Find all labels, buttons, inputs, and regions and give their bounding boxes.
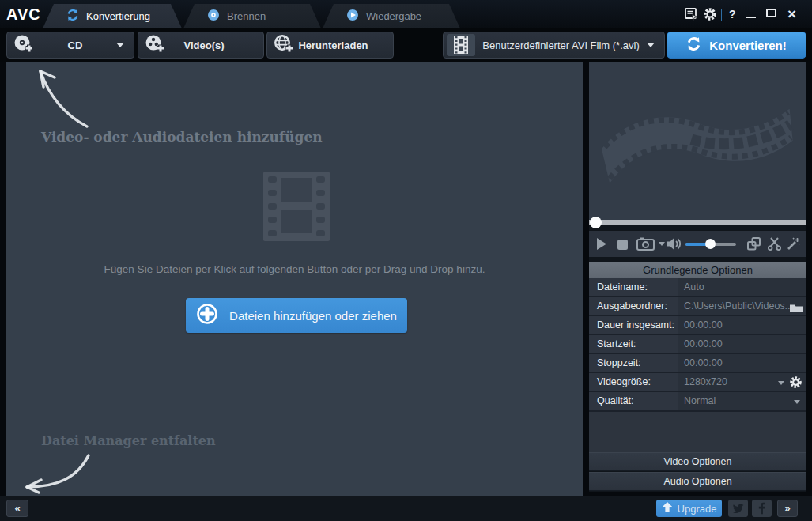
option-label: Stoppzeit:	[589, 354, 678, 373]
filmstrip-icon	[447, 34, 475, 56]
option-value[interactable]: 00:00:00	[678, 335, 806, 354]
audio-options-section[interactable]: Audio Optionen	[589, 472, 806, 491]
output-format-value: Benutzerdefinierter AVI Film (*.avi)	[475, 40, 647, 51]
maximize-button[interactable]	[766, 9, 776, 17]
tab-wiedergabe[interactable]: Wiedergabe	[323, 4, 460, 28]
convert-button[interactable]: Konvertieren!	[667, 32, 806, 59]
upgrade-button[interactable]: Upgrade	[656, 500, 722, 517]
option-row-output-folder: Ausgabeordner: C:\Users\Public\Videos...	[589, 297, 806, 316]
download-button[interactable]: Herunterladen	[266, 32, 394, 59]
file-drop-area[interactable]: Video- oder Audiodateien hinzufügen Füge…	[6, 62, 583, 496]
maximize-icon	[766, 9, 776, 17]
option-value[interactable]: 00:00:00	[678, 354, 806, 373]
snapshot-camera-button[interactable]	[636, 237, 655, 254]
convert-label: Konvertieren!	[709, 39, 787, 52]
feedback-icon[interactable]	[685, 8, 699, 25]
volume-thumb[interactable]	[705, 239, 716, 249]
minimize-button[interactable]	[746, 7, 760, 21]
chevron-down-icon	[647, 43, 655, 47]
video-options-section[interactable]: Video Optionen	[589, 452, 806, 471]
chevron-down-icon	[794, 400, 800, 404]
filmstrip-placeholder-icon	[263, 172, 330, 244]
film-reel-plus-icon	[145, 33, 165, 57]
twitter-icon	[732, 504, 744, 514]
basic-options-header: Grundlegende Optionen	[589, 262, 806, 278]
option-label: Qualität:	[589, 392, 678, 411]
chevron-down-icon	[778, 381, 784, 385]
options-filler	[589, 411, 806, 452]
facebook-button[interactable]	[752, 500, 772, 517]
expand-panel-button[interactable]: »	[777, 500, 798, 517]
option-label: Dauer insgesamt:	[589, 316, 678, 335]
chevron-down-icon	[116, 43, 124, 47]
add-files-button[interactable]: Dateien hinzufügen oder ziehen	[186, 298, 407, 333]
option-value[interactable]: Auto	[678, 278, 806, 297]
video-size-dropdown[interactable]: 1280x720	[678, 373, 806, 392]
film-ribbon-graphic	[597, 95, 799, 202]
option-label: Dateiname:	[589, 278, 678, 297]
globe-plus-icon	[274, 33, 294, 57]
effects-wand-button[interactable]	[787, 237, 800, 254]
add-cd-button[interactable]: CD	[6, 32, 134, 59]
tab-brennen[interactable]: Brennen	[183, 4, 321, 28]
plus-circle-icon	[196, 303, 218, 328]
right-panel: Grundlegende Optionen Dateiname: Auto Au…	[589, 62, 806, 492]
expand-file-manager-button[interactable]: «	[6, 500, 28, 517]
output-format-select[interactable]: Benutzerdefinierter AVI Film (*.avi)	[443, 32, 665, 59]
toolbar: CD Video(s)	[0, 28, 812, 62]
add-videos-button[interactable]: Video(s)	[138, 32, 264, 59]
option-value[interactable]: C:\Users\Public\Videos...	[678, 297, 806, 316]
add-files-button-label: Dateien hinzufügen oder ziehen	[229, 309, 397, 323]
quality-dropdown[interactable]: Normal	[678, 392, 806, 411]
option-row-video-size: Videogröße: 1280x720	[589, 373, 806, 392]
option-value: 00:00:00	[678, 316, 806, 335]
option-label: Startzeit:	[589, 335, 678, 354]
app-window: AVC Konvertierung Brennen	[0, 0, 812, 521]
tab-label: Wiedergabe	[366, 10, 421, 22]
hand-drawn-arrow-down	[14, 447, 101, 495]
option-row-stop-time: Stoppzeit: 00:00:00	[589, 354, 806, 373]
drop-instructions: Fügen Sie Dateien per Klick auf folgende…	[6, 263, 583, 275]
titlebar-separator	[721, 9, 722, 21]
seek-bar[interactable]	[589, 220, 806, 225]
trim-scissors-button[interactable]	[768, 237, 781, 254]
cd-plus-icon	[13, 33, 34, 57]
add-videos-label: Video(s)	[165, 40, 243, 51]
download-label: Herunterladen	[294, 40, 372, 51]
upgrade-arrow-icon	[662, 501, 673, 515]
file-manager-hint: Datei Manager entfalten	[41, 433, 216, 448]
settings-gear-icon[interactable]	[703, 7, 717, 25]
seek-thumb[interactable]	[590, 217, 602, 228]
speaker-icon[interactable]	[667, 237, 682, 254]
stop-button[interactable]	[617, 239, 628, 253]
statusbar: « Upgrade »	[0, 496, 812, 521]
sync-icon	[66, 9, 79, 25]
option-row-start-time: Startzeit: 00:00:00	[589, 335, 806, 354]
tab-konvertierung[interactable]: Konvertierung	[43, 4, 182, 28]
option-row-quality: Qualität: Normal	[589, 392, 806, 411]
help-button[interactable]: ?	[729, 8, 736, 21]
add-files-hint: Video- oder Audiodateien hinzufügen	[41, 129, 323, 145]
app-logo: AVC	[6, 0, 43, 28]
player-controls	[589, 231, 806, 257]
twitter-button[interactable]	[728, 500, 748, 517]
disc-icon	[207, 9, 220, 25]
facebook-icon	[758, 502, 765, 515]
tab-label: Brennen	[227, 10, 266, 22]
option-label: Ausgabeordner:	[589, 297, 678, 316]
option-row-filename: Dateiname: Auto	[589, 278, 806, 297]
option-row-total-duration: Dauer insgesamt: 00:00:00	[589, 316, 806, 335]
play-button[interactable]	[596, 237, 607, 254]
upgrade-label: Upgrade	[678, 503, 717, 515]
titlebar: AVC Konvertierung Brennen	[0, 0, 812, 28]
video-preview-area	[589, 62, 806, 220]
play-circle-icon	[346, 9, 359, 25]
compare-button[interactable]	[747, 237, 761, 254]
close-button[interactable]: ×	[787, 6, 796, 21]
option-label: Videogröße:	[589, 373, 678, 392]
add-cd-label: CD	[34, 40, 116, 51]
minimize-icon	[746, 17, 756, 18]
tab-label: Konvertierung	[86, 10, 150, 22]
sync-icon	[686, 36, 701, 55]
snapshot-menu-caret[interactable]	[659, 242, 665, 246]
